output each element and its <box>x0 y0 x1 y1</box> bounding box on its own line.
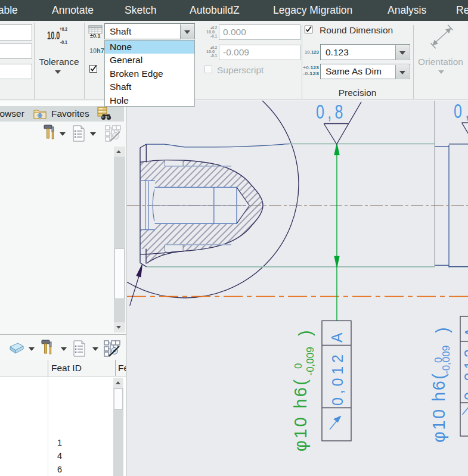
svg-text:+0.123: +0.123 <box>303 65 320 70</box>
svg-text:-0,009: -0,009 <box>441 346 452 374</box>
svg-text:+0.2: +0.2 <box>60 26 67 32</box>
svg-text:-0.1: -0.1 <box>60 39 68 45</box>
svg-text:-0,009: -0,009 <box>305 347 316 375</box>
svg-text:φ10 h6(: φ10 h6( <box>429 374 448 443</box>
svg-text:-0.1: -0.1 <box>210 34 217 38</box>
svg-text:A: A <box>462 327 468 337</box>
svg-text:±0.1: ±0.1 <box>90 33 100 38</box>
svg-text:0,012: 0,012 <box>329 354 346 406</box>
svg-text:): ) <box>296 330 315 336</box>
svg-text:0,8: 0,8 <box>316 101 346 122</box>
svg-text:): ) <box>433 327 452 333</box>
svg-text:φ10 h6(: φ10 h6( <box>291 379 310 452</box>
svg-text:0,012: 0,012 <box>461 349 468 400</box>
svg-text:A: A <box>328 332 345 343</box>
svg-text:-0.123: -0.123 <box>303 71 320 76</box>
svg-text:-0.1: -0.1 <box>210 54 217 58</box>
svg-text:10.0: 10.0 <box>47 29 60 42</box>
svg-text:10.123: 10.123 <box>305 49 320 55</box>
svg-text:0: 0 <box>293 363 304 369</box>
svg-text:0,8: 0,8 <box>454 101 468 122</box>
